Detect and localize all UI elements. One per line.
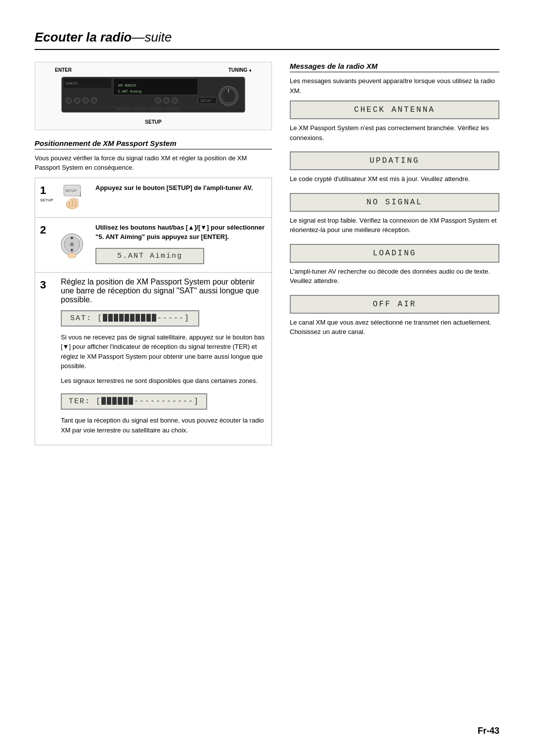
message-display-0: CHECK ANTENNA: [290, 100, 499, 119]
dial-icon: ▲ ▼: [59, 231, 86, 258]
svg-point-11: [164, 98, 169, 103]
message-text-2: Le signal est trop faible. Vérifiez la c…: [290, 216, 499, 235]
hand-press-icon: SETUP ↓: [60, 184, 85, 211]
svg-point-7: [74, 98, 80, 103]
step-3-sat-display: SAT: [██████████-----]: [61, 310, 199, 327]
step-3-row: 3 Réglez la position de XM Passport Syst…: [35, 273, 271, 445]
message-text-1: Le code crypté d'utilisateur XM est mis …: [290, 174, 499, 184]
message-display-1: UPDATING: [290, 151, 499, 170]
svg-point-33: [70, 242, 74, 246]
svg-text:▲: ▲: [70, 235, 75, 240]
message-display-2: NO SIGNAL: [290, 193, 499, 212]
svg-rect-29: [67, 201, 69, 207]
right-intro-text: Les messages suivants peuvent apparaître…: [290, 76, 499, 95]
right-column: Messages de la radio XM Les messages sui…: [290, 62, 499, 445]
svg-rect-28: [76, 199, 78, 207]
right-section-title: Messages de la radio XM: [290, 62, 499, 72]
device-figure: ENTER TUNING ⬧ ONKYO XM RADIO 5.ANT Aimi…: [35, 62, 272, 130]
setup-label: SETUP: [145, 119, 161, 125]
svg-rect-26: [70, 199, 72, 207]
step-1-content: Appuyez sur le bouton [SETUP] de l'ampli…: [89, 178, 271, 217]
step-1-number: 1 SETUP: [35, 178, 55, 217]
left-column: ENTER TUNING ⬧ ONKYO XM RADIO 5.ANT Aimi…: [35, 62, 272, 445]
svg-point-8: [83, 98, 89, 103]
svg-rect-19: [116, 108, 130, 111]
svg-rect-27: [73, 198, 75, 207]
message-block-0: CHECK ANTENNA Le XM Passport System n'es…: [290, 100, 499, 142]
left-section-title: Positionnement de XM Passport System: [35, 139, 272, 149]
svg-point-10: [155, 98, 161, 103]
step-1-bold: Appuyez sur le bouton [SETUP] de l'ampli…: [95, 183, 266, 193]
step-2-number: 2: [35, 218, 55, 272]
svg-point-9: [91, 98, 97, 103]
main-content: ENTER TUNING ⬧ ONKYO XM RADIO 5.ANT Aimi…: [35, 62, 499, 445]
svg-point-36: [68, 253, 77, 258]
message-text-0: Le XM Passport System n'est pas correcte…: [290, 123, 499, 142]
step-3-body3: Tant que la réception du signal est bonn…: [61, 416, 266, 435]
svg-text:ONKYO: ONKYO: [66, 82, 78, 85]
message-block-4: OFF AIR Le canal XM que vous avez sélect…: [290, 295, 499, 337]
step-2-bold: Utilisez les boutons haut/bas [▲]/[▼] po…: [95, 223, 266, 242]
svg-rect-22: [165, 108, 179, 111]
step-3-content: Réglez la position de XM Passport System…: [55, 273, 271, 445]
message-text-3: L'ampli-tuner AV recherche ou décode des…: [290, 267, 499, 286]
device-svg: ONKYO XM RADIO 5.ANT Aiming: [59, 75, 247, 117]
page-title: Ecouter la radio—suite: [35, 30, 499, 50]
page-number: Fr-43: [478, 726, 499, 736]
svg-rect-21: [149, 108, 163, 111]
message-block-3: LOADING L'ampli-tuner AV recherche ou dé…: [290, 244, 499, 286]
enter-label: ENTER: [55, 67, 72, 73]
message-text-4: Le canal XM que vous avez sélectionné ne…: [290, 318, 499, 337]
message-display-4: OFF AIR: [290, 295, 499, 314]
message-display-3: LOADING: [290, 244, 499, 263]
step-2-row: 2 ▲ ▼ Utilisez les: [35, 218, 271, 273]
svg-point-6: [66, 98, 71, 103]
svg-text:SETUP: SETUP: [65, 189, 77, 192]
left-intro-text: Vous pouvez vérifier la force du signal …: [35, 153, 272, 173]
step-3-bold: Réglez la position de XM Passport System…: [61, 278, 266, 304]
step-2-content: Utilisez les boutons haut/bas [▲]/[▼] po…: [89, 218, 271, 272]
tuning-label: TUNING ⬧: [228, 67, 252, 73]
step-3-body1: Si vous ne recevez pas de signal satelli…: [61, 332, 266, 371]
svg-rect-20: [132, 108, 146, 111]
svg-text:5.ANT Aiming: 5.ANT Aiming: [118, 90, 142, 94]
step-1-row: 1 SETUP SETUP ↓: [35, 178, 271, 218]
step-3-body2: Les signaux terrestres ne sont disponibl…: [61, 376, 266, 386]
svg-text:SETUP: SETUP: [200, 99, 212, 102]
svg-text:▼: ▼: [70, 247, 75, 253]
svg-text:↓: ↓: [79, 190, 82, 198]
step-1-icon: SETUP ↓: [55, 178, 89, 217]
message-block-1: UPDATING Le code crypté d'utilisateur XM…: [290, 151, 499, 184]
step-2-display: 5.ANT Aiming: [95, 248, 204, 264]
step-3-ter-display: TER: [██████-----------]: [61, 393, 207, 410]
svg-text:XM RADIO: XM RADIO: [118, 84, 136, 88]
steps-container: 1 SETUP SETUP ↓: [35, 178, 272, 446]
step-3-number: 3: [35, 273, 55, 295]
step-2-icon: ▲ ▼: [55, 218, 89, 272]
title-suite: —suite: [132, 30, 172, 45]
message-block-2: NO SIGNAL Le signal est trop faible. Vér…: [290, 193, 499, 235]
svg-point-12: [172, 98, 178, 103]
title-text: Ecouter la radio: [35, 30, 132, 45]
